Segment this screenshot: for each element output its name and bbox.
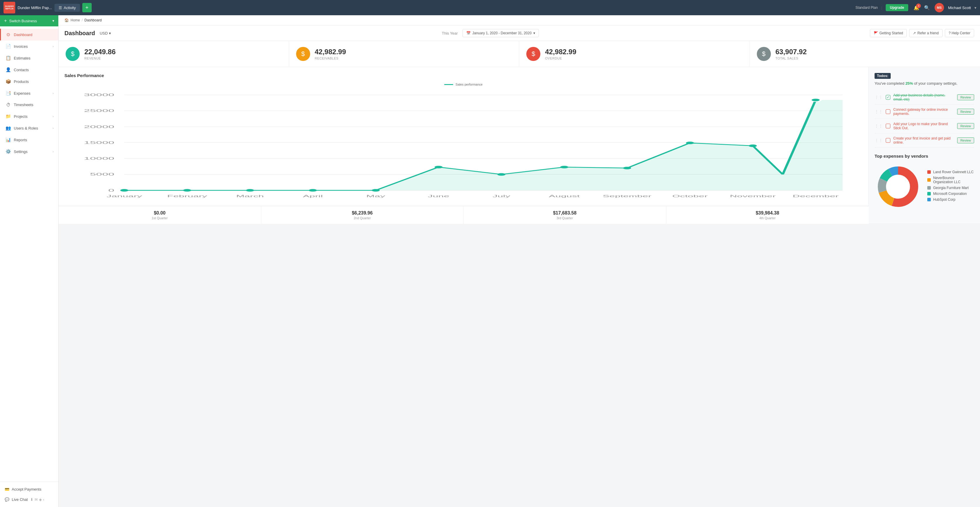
avatar[interactable]: MS (935, 3, 944, 12)
todo-review-button-2[interactable]: Review (957, 109, 974, 115)
todo-text-4[interactable]: Create your first invoice and get paid o… (893, 136, 954, 145)
sidebar-item-products[interactable]: 📦 Products (0, 76, 58, 87)
plan-label: Standard Plan (856, 6, 878, 10)
overdue-value: 42,982.99 (545, 48, 576, 56)
q3-label: 3rd Quarter (469, 216, 660, 220)
email-icon: ✉ (35, 497, 38, 502)
svg-text:5000: 5000 (90, 172, 114, 177)
main-content: 🏠 Home / Dashboard Dashboard USD ▾ This … (59, 0, 980, 507)
company-logo[interactable]: DUNDERMIFFLIN (3, 2, 15, 13)
svg-text:0: 0 (108, 188, 114, 192)
sidebar-item-label: Dashboard (14, 32, 54, 37)
todo-text-2[interactable]: Connect gateway for online invoice payme… (893, 108, 954, 116)
breadcrumb: 🏠 Home / Dashboard (59, 15, 980, 26)
page-title: Dashboard (64, 30, 95, 37)
chevron-icon: › (53, 45, 54, 48)
drag-handle-icon[interactable]: ⋮⋮ (875, 95, 883, 100)
sidebar-item-label: Products (14, 80, 54, 84)
sidebar-item-reports[interactable]: 📊 Reports (0, 134, 58, 146)
content-area: Sales Performance Sales performance (59, 67, 980, 224)
data-point (183, 189, 191, 192)
sidebar-item-settings[interactable]: ⚙️ Settings › (0, 146, 58, 157)
todo-checkbox-3[interactable] (886, 124, 890, 128)
timesheets-icon: ⏱ (6, 102, 11, 107)
currency-value: USD (100, 31, 108, 35)
todo-text-1[interactable]: Add your business details (name, email, … (893, 93, 954, 101)
getting-started-button[interactable]: 🚩 Getting Started (870, 29, 907, 37)
add-button[interactable]: + (82, 3, 92, 12)
svg-text:April: April (303, 194, 323, 198)
sidebar-item-expenses[interactable]: 📑 Expenses › (0, 87, 58, 99)
total-sales-value: 63,907.92 (776, 48, 807, 56)
sidebar-item-contacts[interactable]: 👤 Contacts (0, 64, 58, 76)
sidebar-item-projects[interactable]: 📁 Projects › (0, 110, 58, 122)
data-point-highlight (811, 99, 821, 102)
sidebar-item-estimates[interactable]: 📋 Estimates (0, 52, 58, 64)
sidebar-item-users-roles[interactable]: 👥 Users & Roles › (0, 122, 58, 134)
users-icon: 👥 (6, 126, 11, 131)
switch-business-label: Switch Business (9, 19, 37, 23)
username-chevron[interactable]: ▾ (974, 6, 977, 10)
drag-handle-icon[interactable]: ⋮⋮ (875, 124, 883, 128)
divider: | (881, 6, 882, 10)
todo-text-3[interactable]: Add your Logo to make your Brand Stick O… (893, 122, 954, 130)
breadcrumb-current: Dashboard (84, 18, 102, 22)
sidebar-item-label: Projects (14, 114, 50, 119)
drag-handle-icon[interactable]: ⋮⋮ (875, 138, 883, 143)
quarter-3: $17,683.58 3rd Quarter (464, 206, 666, 224)
todo-review-button-4[interactable]: Review (957, 137, 974, 143)
sidebar-item-invoices[interactable]: 📄 Invoices › (0, 40, 58, 52)
upgrade-button[interactable]: Upgrade (886, 4, 908, 11)
currency-selector[interactable]: USD ▾ (100, 31, 111, 35)
chart-title: Sales Performance (64, 73, 862, 78)
flag-icon: 🚩 (874, 31, 878, 35)
breadcrumb-home[interactable]: Home (71, 18, 80, 22)
vendor-name-5: HubSpot Corp (933, 198, 955, 202)
expenses-icon: 📑 (6, 91, 11, 96)
total-sales-label: TOTAL SALES (776, 57, 807, 60)
dashboard-header: Dashboard USD ▾ This Year 📅 January 1, 2… (59, 26, 980, 41)
accept-payments-button[interactable]: 💳 Accept Payments (0, 484, 58, 494)
svg-text:20000: 20000 (84, 125, 114, 129)
donut-chart (875, 163, 921, 210)
date-range-picker[interactable]: 📅 January 1, 2020 - December 31, 2020 ▾ (463, 29, 539, 37)
contacts-icon: 👤 (6, 67, 11, 72)
accept-payments-label: Accept Payments (12, 487, 41, 491)
todo-review-button-1[interactable]: Review (957, 94, 974, 100)
todos-percent: 25% (905, 81, 913, 86)
sidebar-item-timesheets[interactable]: ⏱ Timesheets (0, 99, 58, 110)
notification-badge: 3 (916, 3, 921, 8)
help-center-label: ? Help Center (949, 31, 970, 35)
refer-friend-button[interactable]: ↗ Refer a friend (909, 29, 942, 37)
todo-review-button-3[interactable]: Review (957, 123, 974, 129)
q2-label: 2nd Quarter (267, 216, 458, 220)
todo-checkbox-2[interactable] (886, 109, 890, 114)
quarterly-row: $0.00 1st Quarter $6,239.96 2nd Quarter … (59, 206, 869, 224)
legend-line (444, 84, 453, 85)
vendor-name-1: Land Rover Gwinnett LLC (933, 170, 974, 174)
date-range-chevron: ▾ (533, 31, 535, 35)
switch-business-button[interactable]: + Switch Business ▾ (0, 15, 58, 26)
date-range-value: January 1, 2020 - December 31, 2020 (473, 31, 531, 35)
stat-overdue: $ 42,982.99 OVERDUE (519, 41, 750, 67)
search-button[interactable]: 🔍 (924, 5, 930, 11)
todo-checkbox-4[interactable] (886, 138, 890, 143)
data-point (560, 166, 568, 169)
sidebar-item-dashboard[interactable]: ⊙ Dashboard (0, 29, 58, 40)
svg-text:November: November (730, 194, 776, 198)
products-icon: 📦 (6, 79, 11, 84)
data-point (246, 189, 254, 192)
data-point (434, 166, 442, 169)
live-chat-button[interactable]: 💬 Live Chat ⬇ ✉ ◈ ‹ (0, 494, 58, 505)
todo-list: ⋮⋮ ✓ Add your business details (name, em… (875, 90, 974, 148)
vendor-legend: Land Rover Gwinnett LLC NeverBounce Orga… (927, 170, 974, 203)
expenses-chart: Land Rover Gwinnett LLC NeverBounce Orga… (875, 163, 974, 210)
activity-tab[interactable]: ☰ Activity (54, 4, 80, 12)
notification-button[interactable]: 🔔 3 (913, 5, 920, 11)
username: Michael Scott (948, 6, 971, 10)
help-center-button[interactable]: ? Help Center (945, 29, 974, 37)
drag-handle-icon[interactable]: ⋮⋮ (875, 109, 883, 114)
invoices-icon: 📄 (6, 44, 11, 49)
top-nav: DUNDERMIFFLIN Dunder Mifflin Pap... ☰ Ac… (0, 0, 980, 15)
todo-checkbox-1[interactable]: ✓ (886, 95, 890, 100)
